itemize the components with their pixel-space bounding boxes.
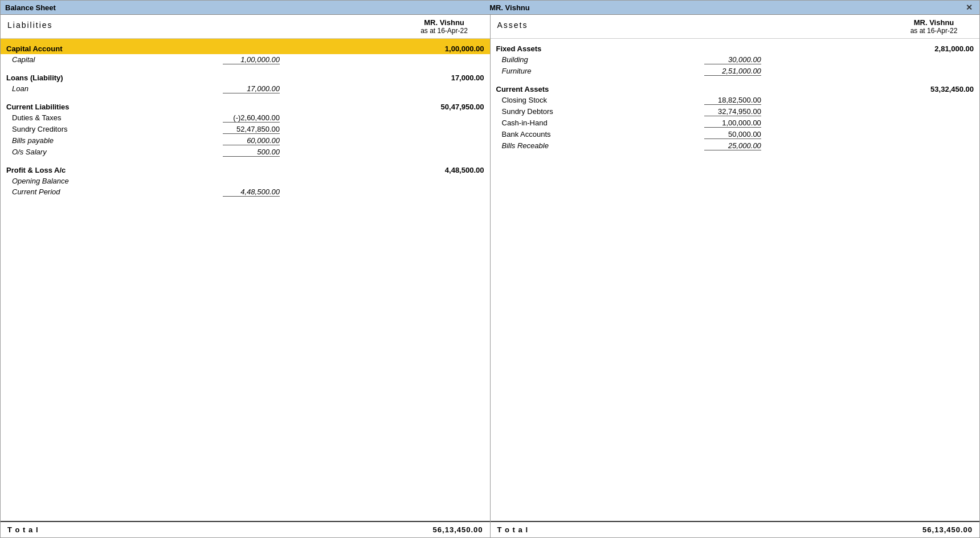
- section-value: [687, 79, 767, 95]
- list-item: Bank Accounts: [491, 129, 687, 140]
- item-value: 500.00: [206, 146, 285, 158]
- section-value: [206, 97, 285, 112]
- item-value: 1,00,000.00: [206, 54, 285, 66]
- list-item: Sundry Debtors: [491, 106, 687, 117]
- liabilities-total-value: 56,13,450.00: [415, 525, 483, 534]
- list-item: Building: [491, 54, 687, 66]
- item-value: 60,000.00: [206, 135, 285, 146]
- list-item: Loan: [1, 83, 206, 95]
- item-total-placeholder: [285, 112, 490, 124]
- item-total-placeholder: [767, 129, 979, 140]
- list-item: Opening Balance: [1, 176, 206, 186]
- item-total-placeholder: [285, 83, 490, 95]
- section-header: Capital Account: [1, 39, 206, 54]
- item-total-placeholder: [285, 186, 490, 198]
- section-value: [206, 160, 285, 176]
- item-value: [206, 176, 285, 186]
- window-title: Balance Sheet: [5, 3, 56, 12]
- list-item: Furniture: [491, 66, 687, 77]
- liabilities-label-area: Liabilities: [1, 15, 399, 38]
- item-value: 1,00,000.00: [687, 117, 767, 129]
- section-value: [206, 39, 285, 54]
- section-total: 17,000.00: [285, 68, 490, 83]
- liabilities-body: Capital Account1,00,000.00Capital1,00,00…: [1, 39, 490, 521]
- item-total-placeholder: [285, 176, 490, 186]
- item-value: 32,74,950.00: [687, 106, 767, 117]
- section-total: 4,48,500.00: [285, 160, 490, 176]
- window-center-title: MR. Vishnu: [56, 3, 963, 12]
- balance-sheet-window: Balance Sheet MR. Vishnu ✕ Liabilities M…: [0, 0, 980, 538]
- list-item: Closing Stock: [491, 95, 687, 106]
- item-total-placeholder: [767, 54, 979, 66]
- liabilities-total-bar: T o t a l 56,13,450.00: [1, 521, 490, 537]
- item-value: 18,82,500.00: [687, 95, 767, 106]
- item-value: 52,47,850.00: [206, 124, 285, 135]
- item-total-placeholder: [767, 106, 979, 117]
- item-total-placeholder: [767, 66, 979, 77]
- list-item: Bills Receable: [491, 140, 687, 152]
- main-content: Liabilities MR. Vishnu as at 16-Apr-22 C…: [1, 15, 979, 537]
- list-item: Bills payable: [1, 135, 206, 146]
- item-value: 2,51,000.00: [687, 66, 767, 77]
- title-bar: Balance Sheet MR. Vishnu ✕: [1, 1, 979, 15]
- section-header: Current Liabilities: [1, 97, 206, 112]
- item-total-placeholder: [285, 124, 490, 135]
- item-total-placeholder: [285, 54, 490, 66]
- assets-as-at: as at 16-Apr-22: [895, 27, 973, 35]
- list-item: Sundry Creditors: [1, 124, 206, 135]
- liabilities-total-label: T o t a l: [7, 525, 415, 534]
- assets-company-area: MR. Vishnu as at 16-Apr-22: [888, 15, 979, 38]
- liabilities-table: Capital Account1,00,000.00Capital1,00,00…: [1, 39, 490, 200]
- item-total-placeholder: [767, 95, 979, 106]
- item-value: (-)2,60,400.00: [206, 112, 285, 124]
- section-value: [687, 39, 767, 54]
- list-item: O/s Salary: [1, 146, 206, 158]
- item-total-placeholder: [285, 146, 490, 158]
- assets-header: Assets MR. Vishnu as at 16-Apr-22: [491, 15, 980, 39]
- item-total-placeholder: [285, 135, 490, 146]
- assets-pane: Assets MR. Vishnu as at 16-Apr-22 Fixed …: [491, 15, 980, 537]
- close-button[interactable]: ✕: [963, 3, 975, 12]
- liabilities-as-at: as at 16-Apr-22: [406, 27, 483, 35]
- assets-total-value: 56,13,450.00: [904, 525, 973, 534]
- item-value: 17,000.00: [206, 83, 285, 95]
- list-item: Current Period: [1, 186, 206, 198]
- list-item: Duties & Taxes: [1, 112, 206, 124]
- assets-total-bar: T o t a l 56,13,450.00: [491, 521, 980, 537]
- assets-table: Fixed Assets2,81,000.00Building30,000.00…: [491, 39, 980, 154]
- section-value: [206, 68, 285, 83]
- assets-company: MR. Vishnu: [895, 18, 973, 27]
- section-total: 53,32,450.00: [767, 79, 979, 95]
- liabilities-header: Liabilities MR. Vishnu as at 16-Apr-22: [1, 15, 490, 39]
- item-value: 4,48,500.00: [206, 186, 285, 198]
- assets-body: Fixed Assets2,81,000.00Building30,000.00…: [491, 39, 980, 521]
- section-header: Profit & Loss A/c: [1, 160, 206, 176]
- item-total-placeholder: [767, 140, 979, 152]
- section-total: 50,47,950.00: [285, 97, 490, 112]
- item-total-placeholder: [767, 117, 979, 129]
- item-value: 50,000.00: [687, 129, 767, 140]
- section-header: Loans (Liability): [1, 68, 206, 83]
- item-value: 30,000.00: [687, 54, 767, 66]
- assets-label: Assets: [497, 21, 882, 30]
- list-item: Cash-in-Hand: [491, 117, 687, 129]
- liabilities-pane: Liabilities MR. Vishnu as at 16-Apr-22 C…: [1, 15, 491, 537]
- liabilities-company: MR. Vishnu: [406, 18, 483, 27]
- section-total: 1,00,000.00: [285, 39, 490, 54]
- assets-label-area: Assets: [491, 15, 889, 38]
- section-header: Fixed Assets: [491, 39, 687, 54]
- assets-total-label: T o t a l: [497, 525, 905, 534]
- list-item: Capital: [1, 54, 206, 66]
- item-value: 25,000.00: [687, 140, 767, 152]
- section-header: Current Assets: [491, 79, 687, 95]
- liabilities-company-area: MR. Vishnu as at 16-Apr-22: [399, 15, 490, 38]
- section-total: 2,81,000.00: [767, 39, 979, 54]
- liabilities-label: Liabilities: [7, 21, 392, 30]
